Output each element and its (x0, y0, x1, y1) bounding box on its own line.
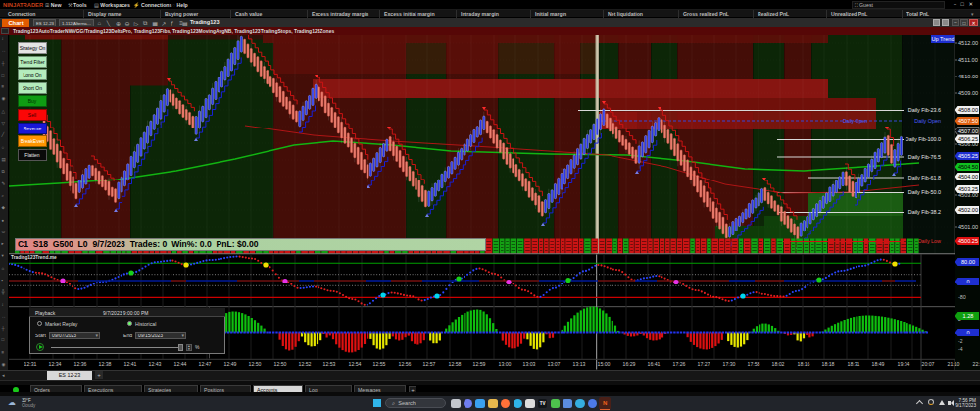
svg-text:4507.00: 4507.00 (958, 128, 978, 134)
svg-text:12:31: 12:31 (24, 361, 37, 367)
svg-text:13:13: 13:13 (573, 361, 586, 367)
svg-text:12:38: 12:38 (99, 361, 112, 367)
svg-text:12:59: 12:59 (473, 361, 486, 367)
svg-text:4501.00: 4501.00 (958, 224, 978, 230)
svg-text:18:02: 18:02 (772, 361, 785, 367)
svg-text:21:10: 21:10 (948, 361, 960, 367)
svg-text:13:07: 13:07 (548, 361, 561, 367)
svg-text:22:24: 22:24 (973, 361, 980, 367)
svg-text:15:00: 15:00 (598, 361, 611, 367)
svg-text:12:50: 12:50 (249, 361, 262, 367)
svg-text:0: 0 (966, 279, 969, 284)
svg-text:12:54: 12:54 (349, 361, 362, 367)
svg-text:12:57: 12:57 (423, 361, 436, 367)
svg-text:17:58: 17:58 (748, 361, 760, 367)
svg-text:4508.00: 4508.00 (958, 107, 978, 113)
svg-text:13:00: 13:00 (499, 361, 512, 367)
svg-text:4503.25: 4503.25 (958, 186, 978, 192)
svg-text:12:41: 12:41 (124, 361, 137, 367)
svg-text:12:58: 12:58 (449, 361, 462, 367)
svg-text:18:18: 18:18 (822, 361, 835, 367)
svg-text:12:53: 12:53 (323, 361, 336, 367)
svg-text:12:56: 12:56 (399, 361, 412, 367)
svg-text:Daily Fib-61.8: Daily Fib-61.8 (908, 175, 941, 180)
svg-text:4502.00: 4502.00 (958, 207, 978, 213)
svg-text:4511.00: 4511.00 (958, 57, 978, 63)
svg-text:Daily Open: Daily Open (914, 118, 941, 124)
svg-text:12:44: 12:44 (174, 361, 187, 367)
svg-text:4505.25: 4505.25 (958, 153, 978, 159)
svg-text:20:07: 20:07 (922, 361, 935, 367)
svg-text:16:41: 16:41 (648, 361, 661, 367)
svg-text:Daily Fib-50.0: Daily Fib-50.0 (908, 189, 941, 195)
svg-text:Daily Fib-100.0: Daily Fib-100.0 (906, 136, 941, 142)
svg-text:4504.00: 4504.00 (958, 174, 978, 180)
svg-text:Daily Fib-23.6: Daily Fib-23.6 (908, 107, 941, 113)
svg-text:4506.25: 4506.25 (958, 136, 978, 142)
svg-text:12:36: 12:36 (74, 361, 87, 367)
svg-text:18:31: 18:31 (848, 361, 860, 367)
svg-text:12:50: 12:50 (274, 361, 287, 367)
svg-text:12:55: 12:55 (373, 361, 386, 367)
svg-text:Daily Fib-38.2: Daily Fib-38.2 (908, 209, 941, 215)
svg-text:18:16: 18:16 (798, 361, 810, 367)
svg-text:-80: -80 (958, 294, 966, 300)
svg-text:19:34: 19:34 (898, 361, 910, 367)
svg-text:18:49: 18:49 (872, 361, 885, 367)
svg-text:80.00: 80.00 (961, 259, 975, 265)
svg-text:4512.00: 4512.00 (958, 40, 978, 46)
svg-text:-4: -4 (958, 346, 963, 352)
svg-text:4504.50: 4504.50 (958, 164, 978, 170)
svg-text:1.28: 1.28 (963, 313, 974, 319)
svg-text:12:52: 12:52 (299, 361, 312, 367)
svg-text:17:27: 17:27 (698, 361, 710, 367)
svg-text:0: 0 (966, 330, 969, 335)
svg-text:12:43: 12:43 (149, 361, 162, 367)
svg-text:4507.50: 4507.50 (958, 118, 978, 124)
svg-text:13:03: 13:03 (523, 361, 536, 367)
svg-text:-2: -2 (958, 338, 963, 344)
svg-text:12:49: 12:49 (224, 361, 237, 367)
svg-text:Daily Low: Daily Low (918, 238, 941, 244)
svg-text:Daily Fib-76.5: Daily Fib-76.5 (908, 154, 941, 160)
svg-text:12:47: 12:47 (199, 361, 212, 367)
svg-text:17:26: 17:26 (673, 361, 686, 367)
svg-text:Up Trend: Up Trend (931, 36, 954, 42)
svg-text:Daily-Open: Daily-Open (843, 118, 867, 124)
svg-text:4510.00: 4510.00 (958, 74, 978, 79)
svg-text:16:29: 16:29 (623, 361, 636, 367)
svg-text:←: ← (941, 26, 949, 34)
svg-text:4500.25: 4500.25 (958, 238, 978, 244)
svg-text:17:30: 17:30 (723, 361, 736, 367)
svg-text:12:34: 12:34 (49, 361, 62, 367)
svg-text:4509.00: 4509.00 (958, 90, 978, 96)
